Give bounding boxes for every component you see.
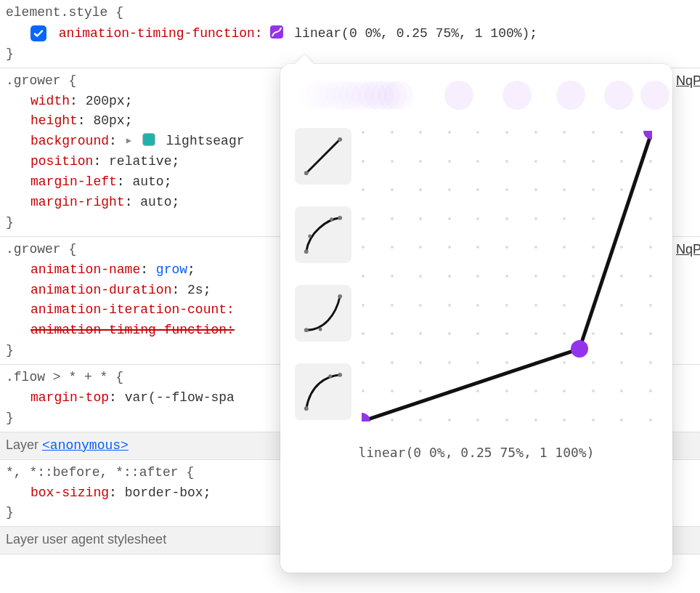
curve-control-point[interactable] xyxy=(643,131,652,140)
prop-name[interactable]: position xyxy=(30,154,93,169)
easing-function-readout: linear(0 0%, 0.25 75%, 1 100%) xyxy=(295,445,658,460)
prop-value[interactable]: lightseagr xyxy=(166,134,245,148)
prop-value[interactable]: 200px xyxy=(86,94,125,108)
layer-label: Layer xyxy=(6,437,42,452)
prop-value[interactable]: auto xyxy=(132,174,163,189)
prop-name[interactable]: animation-duration xyxy=(30,283,171,297)
animation-preview-strip xyxy=(299,78,658,112)
prop-value[interactable]: linear(0 0%, 0.25 75%, 1 100%) xyxy=(294,26,529,41)
rule-element-style: element.style { animation-timing-functio… xyxy=(0,0,700,68)
easing-curve-editor[interactable] xyxy=(362,131,652,421)
prop-value[interactable]: border-box xyxy=(125,485,203,500)
rule-selector: .grower xyxy=(6,73,61,88)
curve-control-point[interactable] xyxy=(362,413,370,421)
prop-name[interactable]: margin-right xyxy=(30,195,125,209)
curve-control-point[interactable] xyxy=(571,340,588,358)
rule-selector: .grower xyxy=(6,242,61,257)
prop-name[interactable]: animation-iteration-count xyxy=(30,302,227,317)
prop-value[interactable]: auto xyxy=(140,195,171,209)
preset-ease[interactable] xyxy=(295,206,351,263)
prop-value[interactable]: grow xyxy=(156,262,187,277)
prop-name[interactable]: width xyxy=(30,94,70,108)
source-link[interactable]: NqP xyxy=(676,71,700,92)
source-link[interactable]: NqP xyxy=(676,240,700,260)
svg-point-11 xyxy=(338,373,342,377)
brace-open: { xyxy=(115,5,123,20)
prop-value[interactable]: relative xyxy=(109,154,171,169)
easing-swatch-icon[interactable] xyxy=(270,25,283,39)
svg-line-0 xyxy=(306,140,340,173)
prop-name[interactable]: box-sizing xyxy=(30,485,109,500)
prop-name[interactable]: height xyxy=(30,113,78,128)
svg-point-1 xyxy=(304,171,309,175)
svg-point-8 xyxy=(338,294,342,299)
prop-value[interactable]: 80px xyxy=(93,113,124,128)
layer-label: Layer user agent stylesheet xyxy=(6,532,166,546)
easing-presets-list xyxy=(295,128,351,420)
property-enabled-checkbox[interactable] xyxy=(30,25,46,41)
easing-editor-popover: linear(0 0%, 0.25 75%, 1 100%) xyxy=(280,64,672,573)
preset-ease-out[interactable] xyxy=(295,363,351,420)
rule-selector: *, *::before, *::after xyxy=(6,465,179,480)
prop-name[interactable]: margin-top xyxy=(30,390,109,405)
overridden-prop[interactable]: animation-timing-function xyxy=(30,323,227,337)
color-swatch-icon[interactable] xyxy=(142,133,155,146)
prop-value[interactable]: 2s xyxy=(187,283,203,297)
svg-point-6 xyxy=(330,217,333,221)
prop-name[interactable]: animation-timing-function xyxy=(59,26,255,41)
prop-name[interactable]: background xyxy=(30,134,109,148)
svg-point-3 xyxy=(304,249,309,254)
brace-close: } xyxy=(6,47,14,61)
layer-link[interactable]: <anonymous> xyxy=(42,438,129,453)
svg-point-12 xyxy=(328,374,332,378)
prop-name[interactable]: margin-left xyxy=(30,174,117,189)
rule-selector: .flow > * + * xyxy=(6,370,107,384)
svg-point-9 xyxy=(319,328,322,331)
svg-point-5 xyxy=(308,235,312,238)
prop-value[interactable]: var(--flow-spa xyxy=(125,390,235,405)
preset-ease-in[interactable] xyxy=(295,285,351,342)
rule-selector: element.style xyxy=(6,5,107,20)
prop-name[interactable]: animation-name xyxy=(30,262,140,277)
expand-shorthand-icon[interactable]: ▶ xyxy=(126,134,131,148)
preset-linear[interactable] xyxy=(295,128,351,185)
svg-point-4 xyxy=(338,216,342,220)
svg-point-7 xyxy=(304,328,309,332)
svg-point-2 xyxy=(338,137,342,142)
svg-point-10 xyxy=(304,406,309,411)
